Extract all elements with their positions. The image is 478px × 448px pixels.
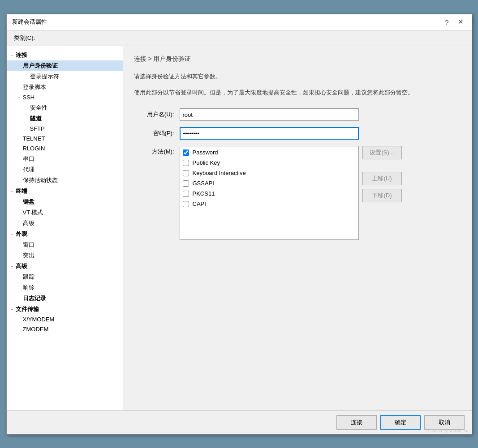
method-checkbox-capi[interactable] [183,201,189,207]
sidebar-item-telnet[interactable]: TELNET [7,134,123,144]
main-dialog: 新建会话属性 ? ✕ 类别(C): −连接−用户身份验证登录提示符登录脚本−SS… [6,14,472,435]
tree-toggle-keyboard [16,198,23,205]
sidebar-label-logging: 日志记录 [23,294,46,303]
help-button[interactable]: ? [442,17,451,27]
sidebar: −连接−用户身份验证登录提示符登录脚本−SSH安全性隧道SFTPTELNETRL… [7,46,123,410]
sidebar-item-keepalive[interactable]: 保持活动状态 [7,175,123,186]
move-up-button[interactable]: 上移(U) [362,172,402,185]
sidebar-label-tunnel: 隧道 [30,115,42,123]
tree-toggle-file-transfer: − [9,306,16,313]
title-bar: 新建会话属性 ? ✕ [7,14,472,30]
tree-toggle-sftp [23,125,30,132]
sidebar-label-file-transfer: 文件传输 [16,305,39,313]
sidebar-item-keyboard[interactable]: 键盘 [7,196,123,207]
method-item-pkcs11[interactable]: PKCS11 [183,190,356,197]
bottom-bar: 连接 确定 取消 [7,410,472,434]
method-checkbox-gssapi[interactable] [183,180,189,187]
tree-toggle-serial [16,155,23,162]
sidebar-item-terminal[interactable]: −终端 [7,186,123,196]
sidebar-label-vt-mode: VT 模式 [23,209,43,217]
tree-toggle-user-auth: − [16,62,23,69]
tree-toggle-security [23,104,30,111]
sidebar-item-ssh[interactable]: −SSH [7,93,123,102]
password-row: 密码(P): [134,127,461,140]
password-input[interactable] [180,127,359,140]
method-row: 方法(M): PasswordPublic KeyKeyboard Intera… [134,146,461,240]
tree-toggle-highlight [16,252,23,259]
close-button[interactable]: ✕ [455,17,466,27]
sidebar-label-appearance: 外观 [16,230,27,238]
sidebar-item-window[interactable]: 窗口 [7,239,123,250]
sidebar-item-connection[interactable]: −连接 [7,50,123,60]
sidebar-label-rlogin: RLOGIN [23,145,45,152]
sidebar-label-sftp: SFTP [30,125,45,132]
sidebar-label-advanced-top: 高级 [16,262,27,270]
sidebar-item-zmodem[interactable]: ZMODEM [7,324,123,334]
sidebar-item-appearance[interactable]: −外观 [7,229,123,239]
tree-toggle-bell [16,284,23,291]
sidebar-item-advanced-top[interactable]: −高级 [7,261,123,272]
tree-toggle-advanced [16,220,23,227]
sidebar-item-file-transfer[interactable]: −文件传输 [7,304,123,315]
tree-toggle-telnet [16,135,23,142]
sidebar-label-window: 窗口 [23,241,34,249]
method-checkbox-password[interactable] [183,149,189,156]
sidebar-item-tunnel[interactable]: 隧道 [7,113,123,124]
ok-button[interactable]: 确定 [380,415,421,430]
method-item-keyboard-interactive[interactable]: Keyboard Interactive [183,170,356,176]
sidebar-item-serial[interactable]: 串口 [7,154,123,164]
tree-toggle-trace [16,273,23,281]
tree-toggle-rlogin [16,145,23,152]
tree-toggle-advanced-top: − [9,263,16,270]
method-checkbox-keyboard-interactive[interactable] [183,170,189,176]
move-down-button[interactable]: 下移(D) [362,189,402,202]
method-checkbox-pkcs11[interactable] [183,191,189,197]
sidebar-item-sftp[interactable]: SFTP [7,124,123,134]
category-label: 类别(C): [7,30,472,46]
username-label: 用户名(U): [134,111,174,119]
tree-toggle-login-script [16,84,23,91]
sidebar-item-proxy[interactable]: 代理 [7,164,123,175]
desc-line1: 请选择身份验证方法和其它参数。 [134,72,461,81]
method-item-gssapi[interactable]: GSSAPI [183,180,356,187]
password-label: 密码(P): [134,129,174,137]
sidebar-item-trace[interactable]: 跟踪 [7,272,123,282]
title-bar-buttons: ? ✕ [442,17,466,27]
connect-button[interactable]: 连接 [336,415,377,430]
tree-toggle-window [16,241,23,248]
username-input[interactable] [180,108,359,121]
sidebar-item-login-script[interactable]: 登录脚本 [7,82,123,93]
sidebar-label-xymodem: X/YMODEM [23,316,55,323]
method-item-public-key[interactable]: Public Key [183,159,356,166]
username-row: 用户名(U): [134,108,461,121]
sidebar-item-xymodem[interactable]: X/YMODEM [7,315,123,324]
tree-toggle-zmodem [16,326,23,333]
method-label-keyboard-interactive: Keyboard Interactive [193,170,246,176]
method-item-password[interactable]: Password [183,149,356,156]
dialog-title: 新建会话属性 [12,18,47,26]
sidebar-item-advanced[interactable]: 高级 [7,218,123,229]
sidebar-label-telnet: TELNET [23,135,45,142]
main-panel: 连接 > 用户身份验证 请选择身份验证方法和其它参数。 使用此部分以节省登录时间… [123,46,472,410]
breadcrumb: 连接 > 用户身份验证 [134,55,461,63]
sidebar-item-rlogin[interactable]: RLOGIN [7,144,123,154]
settings-button[interactable]: 设置(S)... [362,146,402,159]
sidebar-label-highlight: 突出 [23,252,34,260]
method-item-capi[interactable]: CAPI [183,201,356,207]
sidebar-item-user-auth[interactable]: −用户身份验证 [7,60,123,71]
method-label: 方法(M): [134,146,174,156]
sidebar-item-highlight[interactable]: 突出 [7,250,123,261]
method-checkbox-public-key[interactable] [183,160,189,166]
tree-toggle-keepalive [16,177,23,184]
sidebar-label-serial: 串口 [23,155,34,163]
sidebar-label-keepalive: 保持活动状态 [23,176,58,184]
sidebar-item-logging[interactable]: 日志记录 [7,293,123,304]
sidebar-label-proxy: 代理 [23,166,34,174]
side-buttons: 设置(S)... 上移(U) 下移(D) [362,146,402,202]
method-label-capi: CAPI [193,201,206,207]
tree-toggle-xymodem [16,316,23,323]
sidebar-item-bell[interactable]: 响铃 [7,282,123,293]
sidebar-item-login-prompt[interactable]: 登录提示符 [7,71,123,82]
sidebar-item-security[interactable]: 安全性 [7,102,123,113]
sidebar-item-vt-mode[interactable]: VT 模式 [7,207,123,218]
